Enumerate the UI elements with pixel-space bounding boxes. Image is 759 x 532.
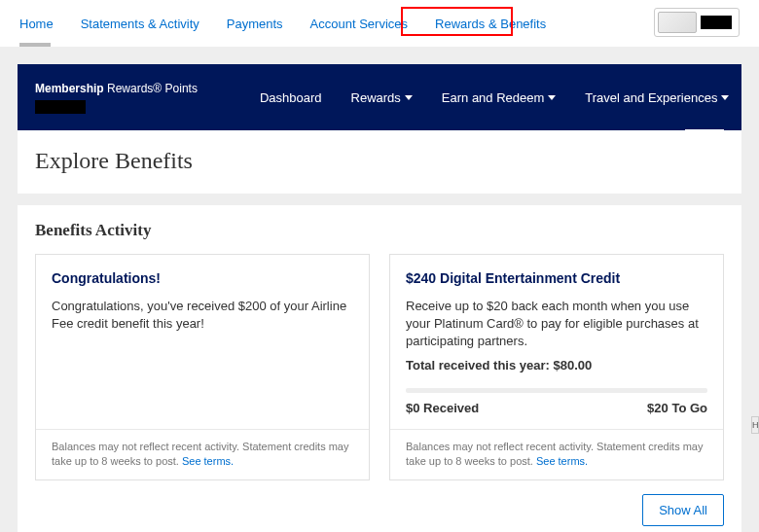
progress-to-go: $20 To Go bbox=[647, 401, 707, 415]
benefits-activity-section: Benefits Activity Congratulations! Congr… bbox=[18, 205, 741, 532]
rewards-program-label: Membership Rewards® Points bbox=[35, 82, 198, 95]
progress-bar bbox=[406, 388, 707, 393]
rewards-summary: Membership Rewards® Points bbox=[35, 82, 198, 114]
card-redacted bbox=[701, 16, 732, 29]
benefit-total: Total received this year: $80.00 bbox=[406, 357, 707, 374]
rewards-nav-dashboard-label: Dashboard bbox=[260, 90, 322, 105]
explore-benefits-section: Explore Benefits bbox=[18, 130, 741, 194]
nav-home[interactable]: Home bbox=[19, 17, 54, 31]
rewards-nav-earn-redeem-label: Earn and Redeem bbox=[442, 90, 545, 105]
benefits-activity-title: Benefits Activity bbox=[35, 221, 724, 240]
show-all-row: Show All bbox=[35, 494, 724, 526]
rewards-nav-travel-label: Travel and Experiences bbox=[585, 90, 717, 105]
progress-received: $0 Received bbox=[406, 401, 479, 415]
nav-account-services[interactable]: Account Services bbox=[310, 17, 408, 31]
rewards-bar: Membership Rewards® Points Dashboard Rew… bbox=[18, 64, 741, 130]
benefit-card-title: Congratulations! bbox=[52, 270, 353, 286]
progress-row: $0 Received $20 To Go bbox=[406, 401, 707, 415]
side-tab[interactable]: H bbox=[751, 416, 759, 434]
see-terms-link[interactable]: See terms. bbox=[182, 455, 234, 467]
benefit-card-text: Receive up to $20 back each month when y… bbox=[406, 298, 707, 351]
benefit-card: Congratulations! Congratulations, you've… bbox=[35, 254, 370, 480]
chevron-down-icon bbox=[405, 95, 413, 100]
rewards-nav-rewards[interactable]: Rewards bbox=[351, 90, 413, 105]
top-nav: Home Statements & Activity Payments Acco… bbox=[0, 0, 759, 47]
rewards-nav-earn-redeem[interactable]: Earn and Redeem bbox=[442, 90, 557, 105]
benefit-card-foot: Balances may not reflect recent activity… bbox=[36, 429, 369, 479]
benefit-card-title: $240 Digital Entertainment Credit bbox=[406, 270, 707, 286]
rewards-nav-travel[interactable]: Travel and Experiences bbox=[585, 90, 729, 105]
see-terms-link[interactable]: See terms. bbox=[536, 455, 588, 467]
nav-rewards-benefits[interactable]: Rewards & Benefits bbox=[435, 17, 546, 31]
rewards-nav-dashboard[interactable]: Dashboard bbox=[260, 90, 322, 105]
benefits-active-underline bbox=[685, 129, 724, 132]
benefit-card-foot: Balances may not reflect recent activity… bbox=[390, 429, 723, 479]
benefit-card-body: Congratulations! Congratulations, you've… bbox=[36, 255, 369, 429]
benefit-card-body: $240 Digital Entertainment Credit Receiv… bbox=[390, 255, 723, 429]
show-all-button[interactable]: Show All bbox=[642, 494, 724, 526]
page-title: Explore Benefits bbox=[35, 148, 724, 174]
rewards-brand-rest: Rewards® Points bbox=[104, 82, 198, 95]
benefit-card-text: Congratulations, you've received $200 of… bbox=[52, 298, 353, 333]
rewards-brand-bold: Membership bbox=[35, 82, 104, 95]
chevron-down-icon bbox=[548, 95, 556, 100]
points-redacted bbox=[35, 100, 86, 114]
card-selector[interactable] bbox=[654, 8, 740, 37]
rewards-nav: Dashboard Rewards Earn and Redeem Travel… bbox=[260, 90, 759, 105]
nav-statements[interactable]: Statements & Activity bbox=[81, 17, 199, 31]
card-icon bbox=[658, 12, 697, 33]
nav-payments[interactable]: Payments bbox=[227, 17, 283, 31]
rewards-nav-rewards-label: Rewards bbox=[351, 90, 401, 105]
chevron-down-icon bbox=[721, 95, 729, 100]
benefits-cards-row: Congratulations! Congratulations, you've… bbox=[35, 254, 724, 480]
benefit-card: $240 Digital Entertainment Credit Receiv… bbox=[389, 254, 724, 480]
